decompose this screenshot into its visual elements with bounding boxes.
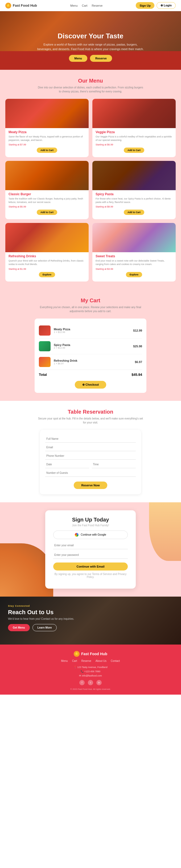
meaty-pizza-add-cart[interactable]: Add to Cart [37, 148, 57, 153]
hero-title: Discover Your Taste [37, 32, 144, 40]
instagram-icon[interactable]: in [96, 680, 102, 685]
veggie-pizza-body: Veggie Pizza Our Veggie Pizza is a color… [92, 128, 176, 154]
nav-reserve[interactable]: Reserve [92, 4, 102, 7]
hero-buttons: Menu Reserve [37, 55, 144, 62]
cart-item-meaty-pizza-image [39, 326, 51, 336]
meaty-pizza-desc: Savor the flavor of our Meaty Pizza, top… [8, 135, 85, 142]
signup-email-field[interactable] [53, 542, 128, 549]
reserve-now-button[interactable]: Reserve Now [74, 482, 107, 489]
menu-card-refreshing-drinks: Refreshing Drinks Quench your thirst wit… [5, 223, 89, 281]
footer-nav-cart[interactable]: Cart [72, 659, 77, 662]
footer: ⭐ Fast Food Hub Menu Cart Reserve About … [0, 645, 181, 695]
footer-logo-icon: ⭐ [74, 651, 80, 657]
get-menu-button[interactable]: Get Menu [8, 624, 30, 631]
nav-cart[interactable]: Cart [82, 4, 88, 7]
cart-item-spicy-pasta-price: $25.98 [133, 345, 142, 348]
footer-address: 📍 123 Tasty Avenue, Foodland [8, 665, 173, 669]
cart-item-spicy-pasta-info: Spicy Pasta 2 × $12.99 [54, 343, 133, 349]
email-field[interactable] [45, 444, 136, 451]
footer-social: f t in [8, 680, 173, 685]
footer-phone: 📞 +123 456 7890 [8, 669, 173, 674]
cart-item-spicy-pasta-qty: 2 × $12.99 [54, 346, 133, 349]
signup-title: Sign Up Today [53, 517, 128, 523]
table-row: Refreshing Drink 1 × $6.97 $6.97 [39, 354, 142, 370]
cart-box: Meaty Pizza 1 × $12.99 $12.99 Spicy Past… [35, 318, 146, 393]
cart-item-drink-info: Refreshing Drink 1 × $6.97 [54, 359, 135, 365]
footer-contact: 📍 123 Tasty Avenue, Foodland 📞 +123 456 … [8, 665, 173, 678]
nav-menu[interactable]: Menu [70, 4, 78, 7]
sweet-treats-body: Sweet Treats End your meal on a sweet no… [92, 252, 176, 278]
hero-description: Explore a world of flavors with our wide… [37, 42, 144, 51]
table-row: Meaty Pizza 1 × $12.99 $12.99 [39, 323, 142, 339]
menu-card-spicy-pasta: Spicy Pasta For those who crave heat, ou… [92, 161, 176, 219]
login-button[interactable]: ⊕ Login [156, 2, 176, 9]
spicy-pasta-image [92, 161, 176, 190]
contact-tag: Stay Connected [8, 604, 173, 607]
spicy-pasta-price: Starting at $8.99 [96, 205, 173, 208]
signup-button[interactable]: Sign Up [136, 2, 154, 9]
footer-nav: Menu Cart Reserve About Us Contact [8, 659, 173, 662]
footer-nav-menu[interactable]: Menu [61, 659, 68, 662]
spicy-pasta-add-cart[interactable]: Add to Cart [124, 210, 144, 215]
guests-field[interactable] [45, 469, 136, 477]
google-icon [75, 533, 79, 537]
navbar-actions: Sign Up ⊕ Login [136, 2, 176, 9]
refreshing-drinks-price: Starting at $1.99 [8, 268, 85, 270]
menu-card-meaty-pizza: Meaty Pizza Savor the flavor of our Meat… [5, 99, 89, 157]
signup-password-field[interactable] [53, 551, 128, 559]
cart-section-title: My Cart [5, 298, 176, 304]
menu-section-subtitle: Dive into our diverse selection of dishe… [37, 86, 144, 93]
sweet-treats-image [92, 223, 176, 252]
reservation-section-title: Table Reservation [5, 409, 176, 415]
footer-brand-name: Fast Food Hub [81, 652, 107, 656]
cart-item-drink-qty: 1 × $6.97 [54, 362, 135, 365]
menu-card-veggie-pizza: Veggie Pizza Our Veggie Pizza is a color… [92, 99, 176, 157]
learn-more-button[interactable]: Learn More [32, 624, 57, 631]
footer-nav-reserve[interactable]: Reserve [82, 659, 91, 662]
footer-nav-contact[interactable]: Contact [111, 659, 120, 662]
time-field[interactable] [92, 461, 136, 468]
create-account-button[interactable]: Continue with Email [53, 562, 128, 570]
contact-section: Stay Connected Reach Out to Us We'd love… [0, 597, 181, 645]
cart-item-meaty-pizza-info: Meaty Pizza 1 × $12.99 [54, 328, 133, 334]
classic-burger-price: Starting at $5.99 [8, 205, 85, 208]
menu-section-title: Our Menu [5, 78, 176, 84]
meaty-pizza-title: Meaty Pizza [8, 130, 85, 134]
cart-total-label: Total [39, 373, 47, 377]
menu-section: Our Menu Dive into our diverse selection… [0, 70, 181, 289]
footer-copyright: © 2023 Fast Food Hub. All rights reserve… [8, 688, 173, 690]
contact-content: Stay Connected Reach Out to Us We'd love… [8, 604, 173, 631]
hero-content: Discover Your Taste Explore a world of f… [37, 32, 144, 62]
navbar-logo: ⭐ Fast Food Hub [5, 3, 37, 8]
refreshing-drinks-explore[interactable]: Explore [39, 272, 55, 277]
cart-total-value: $45.94 [131, 373, 142, 377]
hero-reserve-button[interactable]: Reserve [90, 55, 112, 62]
classic-burger-add-cart[interactable]: Add to Cart [37, 210, 57, 215]
veggie-pizza-add-cart[interactable]: Add to Cart [124, 148, 144, 153]
footer-nav-about[interactable]: About Us [96, 659, 107, 662]
sweet-treats-price: Starting at $3.99 [96, 268, 173, 270]
date-field[interactable] [45, 461, 89, 468]
brand-name: Fast Food Hub [13, 3, 37, 7]
logo-icon: ⭐ [5, 3, 11, 8]
cart-section: My Cart Everything you've chosen, all in… [0, 289, 181, 401]
contact-buttons: Get Menu Learn More [8, 624, 173, 631]
refreshing-drinks-image [5, 223, 89, 252]
twitter-icon[interactable]: t [88, 680, 93, 685]
signup-section: Sign Up Today Join the Fast Food Hub Fam… [0, 502, 181, 597]
menu-card-sweet-treats: Sweet Treats End your meal on a sweet no… [92, 223, 176, 281]
hero-menu-button[interactable]: Menu [69, 55, 87, 62]
checkout-button[interactable]: ⊕ Checkout [75, 381, 106, 389]
cart-section-subtitle: Everything you've chosen, all in one pla… [37, 305, 144, 313]
navbar-links: Menu Cart Reserve [70, 4, 102, 7]
classic-burger-title: Classic Burger [8, 192, 85, 196]
full-name-field[interactable] [45, 435, 136, 443]
veggie-pizza-desc: Our Veggie Pizza is a colorful medley of… [96, 135, 173, 142]
phone-field[interactable] [45, 452, 136, 460]
facebook-icon[interactable]: f [79, 680, 85, 685]
meaty-pizza-body: Meaty Pizza Savor the flavor of our Meat… [5, 128, 89, 154]
sweet-treats-explore[interactable]: Explore [126, 272, 142, 277]
refreshing-drinks-title: Refreshing Drinks [8, 254, 85, 258]
menu-card-classic-burger: Classic Burger Taste the tradition with … [5, 161, 89, 219]
google-signin-button[interactable]: Continue with Google [53, 531, 128, 539]
